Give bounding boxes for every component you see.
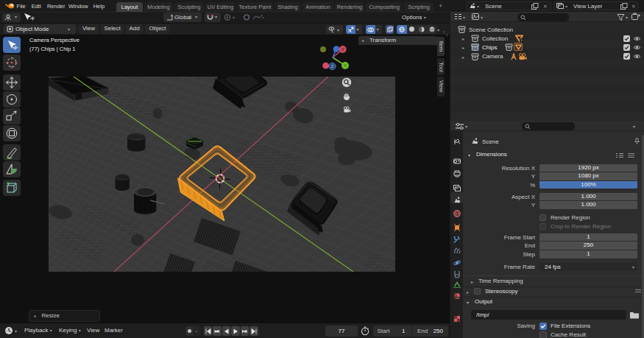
svg-text:X: X: [342, 47, 344, 52]
svg-text:▾: ▾: [233, 15, 235, 20]
svg-text:▾: ▾: [262, 15, 264, 20]
svg-text:Y: Y: [344, 63, 347, 68]
svg-text:Z: Z: [331, 64, 334, 68]
